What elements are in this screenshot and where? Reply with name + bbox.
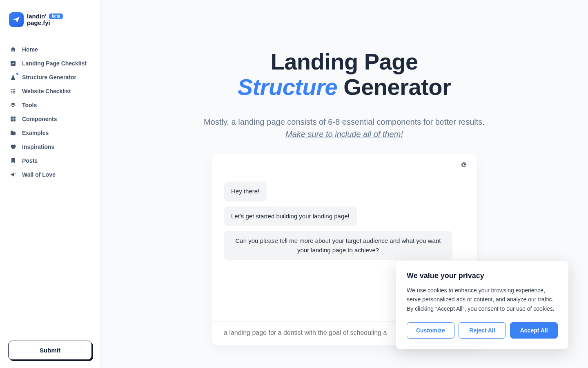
- logo-text-1: landin': [27, 13, 47, 20]
- check-square-icon: [10, 60, 16, 67]
- page-title: Landing Page Structure Generator: [160, 49, 528, 99]
- page-subtitle: Mostly, a landing page consists of 6-8 e…: [160, 116, 528, 140]
- sidebar-item-label: Inspirations: [22, 144, 54, 150]
- sidebar-item-label: Tools: [22, 102, 37, 108]
- sidebar-item-label: Posts: [22, 157, 38, 164]
- sidebar-item-label: Wall of Love: [22, 171, 56, 178]
- refresh-button[interactable]: [459, 160, 469, 170]
- svg-rect-6: [13, 92, 16, 93]
- title-emphasis: Structure: [238, 74, 337, 100]
- title-part2: Generator: [337, 74, 451, 100]
- sidebar-item-wall-of-love[interactable]: Wall of Love: [4, 168, 96, 182]
- sidebar: landin' beta page.fyi Home Landing Page …: [0, 0, 100, 368]
- cookie-reject-button[interactable]: Reject All: [459, 322, 506, 339]
- cookie-banner: We value your privacy We use cookies to …: [396, 261, 568, 349]
- subtitle-line2: Make sure to include all of them!: [285, 130, 403, 139]
- list-icon: [10, 88, 16, 94]
- svg-rect-3: [11, 91, 12, 92]
- bookmark-icon: [10, 157, 16, 164]
- svg-rect-5: [11, 92, 12, 93]
- svg-rect-7: [11, 117, 13, 119]
- sidebar-item-label: Examples: [22, 130, 49, 136]
- chat-message: Let's get started building your landing …: [224, 206, 357, 227]
- cookie-title: We value your privacy: [407, 272, 558, 280]
- sidebar-item-tools[interactable]: Tools: [4, 98, 96, 112]
- title-part1: Landing Page: [270, 49, 418, 74]
- logo-text-2: page.fyi: [27, 20, 63, 26]
- svg-rect-2: [13, 89, 16, 90]
- svg-rect-8: [13, 117, 16, 119]
- home-icon: [10, 46, 16, 53]
- flask-icon: [10, 74, 16, 81]
- sidebar-item-label: Website Checklist: [22, 88, 71, 94]
- sidebar-item-label: Home: [22, 46, 38, 53]
- beta-badge: beta: [49, 13, 63, 20]
- sidebar-item-website-checklist[interactable]: Website Checklist: [4, 84, 96, 98]
- sidebar-item-landing-checklist[interactable]: Landing Page Checklist: [4, 56, 96, 70]
- layers-icon: [10, 102, 16, 108]
- badge-dot: [16, 73, 18, 75]
- svg-rect-10: [13, 119, 16, 121]
- chat-message: Can you please tell me more about your t…: [224, 231, 452, 260]
- sidebar-item-label: Structure Generator: [22, 74, 76, 81]
- svg-rect-4: [13, 91, 16, 92]
- refresh-icon: [461, 162, 467, 168]
- sidebar-item-posts[interactable]: Posts: [4, 154, 96, 168]
- sidebar-item-structure-generator[interactable]: Structure Generator: [4, 70, 96, 84]
- sidebar-item-components[interactable]: Components: [4, 112, 96, 126]
- sidebar-item-label: Landing Page Checklist: [22, 60, 87, 67]
- svg-rect-9: [11, 119, 13, 121]
- megaphone-icon: [10, 171, 16, 178]
- grid-icon: [10, 116, 16, 122]
- sidebar-item-label: Components: [22, 116, 57, 122]
- cookie-customize-button[interactable]: Customize: [407, 322, 454, 339]
- logo-icon: [9, 12, 24, 27]
- cookie-accept-button[interactable]: Accept All: [510, 322, 558, 339]
- logo[interactable]: landin' beta page.fyi: [0, 0, 100, 35]
- cookie-text: We use cookies to enhance your browsing …: [407, 286, 558, 313]
- submit-button[interactable]: Submit: [8, 341, 92, 360]
- heart-icon: [10, 144, 16, 150]
- sidebar-item-home[interactable]: Home: [4, 43, 96, 56]
- sidebar-item-inspirations[interactable]: Inspirations: [4, 140, 96, 154]
- svg-rect-0: [11, 61, 16, 66]
- sidebar-nav: Home Landing Page Checklist Structure Ge…: [0, 35, 100, 332]
- svg-rect-1: [11, 89, 12, 90]
- subtitle-line1: Mostly, a landing page consists of 6-8 e…: [204, 117, 485, 126]
- sidebar-item-examples[interactable]: Examples: [4, 126, 96, 140]
- folder-icon: [10, 130, 16, 136]
- chat-message: Hey there!: [224, 182, 267, 202]
